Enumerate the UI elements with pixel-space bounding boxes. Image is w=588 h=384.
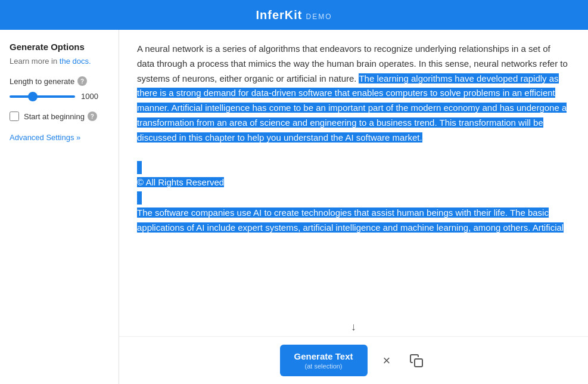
paragraph-1: A neural network is a series of algorith… — [137, 42, 570, 145]
sidebar-title: Generate Options — [10, 42, 109, 52]
length-label: Length to generate ? — [10, 76, 109, 86]
start-beginning-help-icon[interactable]: ? — [88, 112, 97, 121]
paragraph-2: The software companies use AI to create … — [137, 206, 570, 236]
generate-text-button[interactable]: Generate Text (at selection) — [280, 345, 368, 377]
generate-btn-sub: (at selection) — [305, 362, 343, 370]
start-at-beginning-row: Start at beginning ? — [10, 112, 109, 121]
copyright-text: © All Rights Reserved — [137, 177, 224, 187]
empty-line-2 — [137, 191, 142, 205]
length-value: 1000 — [81, 92, 102, 101]
empty-line-1 — [137, 161, 142, 174]
copyright-line: © All Rights Reserved — [137, 175, 570, 190]
start-at-beginning-label: Start at beginning ? — [24, 112, 97, 121]
scroll-down-button[interactable]: ↓ — [351, 321, 356, 333]
sidebar: Generate Options Learn more in the docs.… — [0, 30, 119, 384]
length-slider[interactable] — [10, 95, 75, 98]
bottom-toolbar: Generate Text (at selection) × — [119, 336, 588, 384]
length-help-icon[interactable]: ? — [77, 76, 87, 86]
copy-button[interactable] — [406, 350, 427, 371]
close-button[interactable]: × — [379, 349, 394, 372]
content-area: A neural network is a series of algorith… — [119, 30, 588, 384]
brand-name: InferKitDEMO — [256, 8, 332, 22]
main-layout: Generate Options Learn more in the docs.… — [0, 30, 588, 384]
svg-rect-0 — [415, 359, 422, 367]
text-highlighted-2: The software companies use AI to create … — [137, 208, 564, 233]
start-at-beginning-checkbox[interactable] — [10, 112, 19, 121]
length-slider-row: 1000 — [10, 92, 109, 101]
close-icon: × — [383, 353, 391, 368]
text-content: A neural network is a series of algorith… — [137, 42, 570, 235]
advanced-settings-link[interactable]: Advanced Settings » — [10, 133, 80, 142]
copy-icon — [409, 354, 424, 368]
learn-more-text: Learn more in the docs. — [10, 57, 109, 66]
app-header: InferKitDEMO — [0, 0, 588, 30]
docs-link[interactable]: the docs. — [60, 57, 91, 66]
generate-btn-label: Generate Text — [294, 351, 353, 363]
